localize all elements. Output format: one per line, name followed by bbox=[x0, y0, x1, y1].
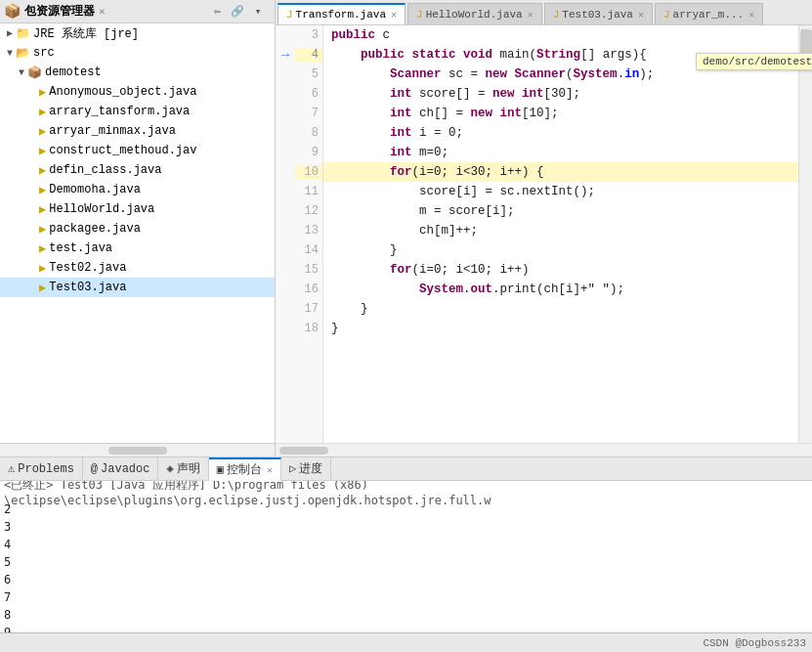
sidebar-close-icon[interactable]: ✕ bbox=[99, 5, 106, 18]
tab-transform-close[interactable]: ✕ bbox=[391, 9, 397, 21]
gutter-row-3: 3 bbox=[276, 25, 322, 45]
tab-arryar-close[interactable]: ✕ bbox=[748, 9, 754, 21]
editor-area: J Transform.java ✕ J HelloWorld.java ✕ J… bbox=[276, 0, 812, 456]
code-line-12: m = score[i]; bbox=[323, 201, 798, 221]
tree-arrow-jre[interactable]: ▶ bbox=[4, 27, 16, 39]
console-empty-8: 8 bbox=[4, 606, 808, 624]
tree-item-arryar[interactable]: ▶ arryar_minmax.java bbox=[0, 121, 275, 141]
line-num-12: 12 bbox=[295, 204, 322, 218]
console-close[interactable]: ✕ bbox=[267, 464, 273, 476]
console-content: <已终止> Test03 [Java 应用程序] D:\program file… bbox=[0, 481, 812, 632]
defin-label: defin_class.java bbox=[49, 163, 161, 177]
code-line-11: score[i] = sc.nextInt(); bbox=[323, 182, 798, 201]
empty-3: 3 bbox=[4, 520, 11, 534]
line-num-5: 5 bbox=[295, 67, 322, 81]
line-num-17: 17 bbox=[295, 302, 322, 316]
code-lines[interactable]: public c public static void main(String[… bbox=[323, 25, 798, 443]
status-bar: CSDN @Dogboss233 bbox=[0, 632, 812, 652]
tab-helloworld[interactable]: J HelloWorld.java ✕ bbox=[407, 3, 542, 24]
tab-test03-label: Test03.java bbox=[562, 9, 633, 21]
tab-problems[interactable]: ⚠ Problems bbox=[0, 457, 83, 481]
tab-helloworld-label: HelloWorld.java bbox=[426, 9, 523, 21]
line-num-10: 10 bbox=[295, 165, 322, 179]
gutter-row-12: 12 bbox=[276, 201, 322, 221]
tree-item-construct[interactable]: ▶ construct_methoud.jav bbox=[0, 141, 275, 160]
bottom-panel: ⚠ Problems @ Javadoc ◈ 声明 ▣ 控制台 ✕ ▷ 进度 bbox=[0, 456, 812, 652]
gutter-row-16: 16 bbox=[276, 280, 322, 299]
console-empty-5: 5 bbox=[4, 553, 808, 571]
line-num-3: 3 bbox=[295, 28, 322, 42]
empty-2: 2 bbox=[4, 502, 11, 516]
java-file-icon6: ▶ bbox=[39, 183, 46, 197]
gutter-row-18: 18 bbox=[276, 319, 322, 338]
tree-item-test[interactable]: ▶ test.java bbox=[0, 239, 275, 258]
gutter-row-6: 6 bbox=[276, 84, 322, 104]
tree-item-helloworld[interactable]: ▶ HelloWorld.java bbox=[0, 199, 275, 219]
tab-helloworld-icon: J bbox=[416, 9, 423, 21]
tree-item-demomoha[interactable]: ▶ Demomoha.java bbox=[0, 180, 275, 199]
line-num-16: 16 bbox=[295, 283, 322, 296]
tree-item-test02[interactable]: ▶ Test02.java bbox=[0, 258, 275, 278]
tree-item-packagee[interactable]: ▶ packagee.java bbox=[0, 219, 275, 239]
gutter-row-5: 5 bbox=[276, 65, 322, 84]
tab-test03-close[interactable]: ✕ bbox=[638, 9, 644, 21]
tree-item-jre[interactable]: ▶ 📁 JRE 系统库 [jre] bbox=[0, 23, 275, 43]
tab-test03[interactable]: J Test03.java ✕ bbox=[544, 3, 653, 24]
gutter-row-10: 10 bbox=[276, 162, 322, 182]
line-num-14: 14 bbox=[295, 243, 322, 257]
test02-label: Test02.java bbox=[49, 261, 126, 275]
gutter-row-8: 8 bbox=[276, 123, 322, 143]
javadoc-label: Javadoc bbox=[101, 462, 150, 476]
status-text: CSDN @Dogboss233 bbox=[703, 637, 806, 649]
gutter-row-4: → 4 bbox=[276, 45, 322, 65]
tab-arryar-label: arryar_m... bbox=[673, 9, 745, 21]
code-line-8: int i = 0; bbox=[323, 123, 798, 143]
tree-item-anon[interactable]: ▶ Anonymous_object.java bbox=[0, 82, 275, 102]
tab-arryar[interactable]: J arryar_m... ✕ bbox=[655, 3, 763, 24]
code-editor[interactable]: 3 → 4 5 6 7 8 9 10 11 bbox=[276, 25, 812, 443]
bottom-tabs: ⚠ Problems @ Javadoc ◈ 声明 ▣ 控制台 ✕ ▷ 进度 bbox=[0, 457, 812, 481]
declaration-label: 声明 bbox=[177, 460, 200, 477]
java-file-icon: ▶ bbox=[39, 85, 46, 100]
test-label: test.java bbox=[49, 241, 112, 255]
console-empty-6: 6 bbox=[4, 571, 808, 588]
java-file-icon7: ▶ bbox=[39, 202, 46, 217]
console-terminated: <已终止> Test03 [Java 应用程序] D:\program file… bbox=[4, 483, 808, 500]
line-num-6: 6 bbox=[295, 87, 322, 101]
code-line-17: } bbox=[323, 299, 798, 319]
tab-console[interactable]: ▣ 控制台 ✕ bbox=[209, 457, 281, 481]
tab-arryar-icon: J bbox=[663, 9, 670, 21]
console-empty-3: 3 bbox=[4, 518, 808, 536]
tree-item-test03[interactable]: ▶ Test03.java bbox=[0, 278, 275, 297]
problems-icon: ⚠ bbox=[8, 461, 15, 476]
sidebar: 📦 包资源管理器 ✕ ⇦ 🔗 ▾ ▶ 📁 JRE 系统库 [jre] bbox=[0, 0, 276, 456]
empty-4: 4 bbox=[4, 538, 11, 551]
gutter-row-7: 7 bbox=[276, 104, 322, 123]
tab-javadoc[interactable]: @ Javadoc bbox=[83, 457, 159, 481]
console-empty-7: 7 bbox=[4, 588, 808, 606]
tree-item-src[interactable]: ▼ 📂 src bbox=[0, 43, 275, 63]
empty-7: 7 bbox=[4, 590, 11, 604]
link-editor-icon[interactable]: 🔗 bbox=[229, 2, 246, 20]
file-path-tooltip: demo/src/demotest/Transform.java bbox=[696, 53, 812, 70]
demomoha-label: Demomoha.java bbox=[49, 183, 141, 196]
jre-label: JRE 系统库 [jre] bbox=[33, 25, 139, 42]
gutter-row-11: 11 bbox=[276, 182, 322, 201]
tab-helloworld-close[interactable]: ✕ bbox=[528, 9, 534, 21]
code-line-6: int score[] = new int[30]; bbox=[323, 84, 798, 104]
gutter-row-14: 14 bbox=[276, 240, 322, 260]
tree-arrow-demotest[interactable]: ▼ bbox=[16, 67, 27, 78]
tab-declaration[interactable]: ◈ 声明 bbox=[158, 457, 208, 481]
progress-icon: ▷ bbox=[289, 461, 296, 476]
sidebar-menu-icon[interactable]: ▾ bbox=[249, 2, 267, 20]
tree-item-arrary[interactable]: ▶ arrary_tansform.java bbox=[0, 102, 275, 121]
tab-transform[interactable]: J Transform.java ✕ bbox=[278, 3, 406, 24]
tree-item-demotest[interactable]: ▼ 📦 demotest bbox=[0, 63, 275, 82]
collapse-all-icon[interactable]: ⇦ bbox=[208, 2, 226, 20]
tab-progress[interactable]: ▷ 进度 bbox=[281, 457, 331, 481]
tree-arrow-src[interactable]: ▼ bbox=[4, 48, 16, 59]
code-line-15: for(i=0; i<10; i++) bbox=[323, 260, 798, 280]
declaration-icon: ◈ bbox=[166, 461, 173, 476]
tab-transform-icon: J bbox=[286, 9, 293, 21]
tree-item-defin[interactable]: ▶ defin_class.java bbox=[0, 160, 275, 180]
